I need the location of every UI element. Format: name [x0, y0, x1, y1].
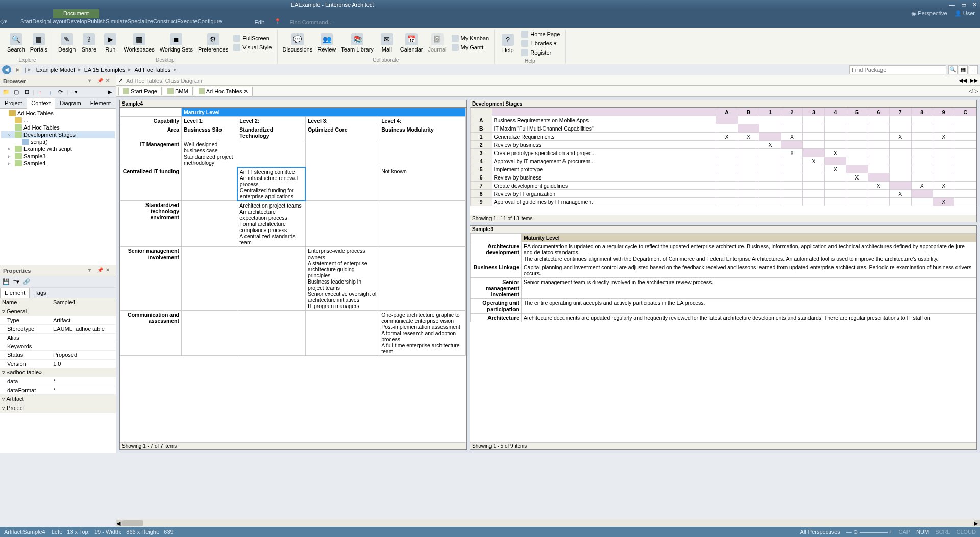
tab-nav-left[interactable]: ◁ [969, 88, 973, 94]
home-page-button[interactable]: Home Page [519, 30, 562, 39]
save-icon[interactable]: 💾 [2, 278, 10, 286]
properties-grid[interactable]: NameSample4▿ GeneralTypeArtifactStereoty… [0, 298, 116, 453]
perspective-button[interactable]: ◉ Perspective [911, 10, 947, 17]
browser-tab-context[interactable]: Context [27, 98, 55, 109]
arrow-icon[interactable]: ↗ [118, 77, 123, 84]
breadcrumb-item[interactable]: Example Model [33, 67, 78, 73]
menu-tab-publish[interactable]: Publish [87, 18, 106, 28]
list-icon[interactable]: ≡▾ [70, 88, 79, 96]
menu-tab-construct[interactable]: Construct [153, 18, 177, 28]
props-tab-element[interactable]: Element [0, 288, 30, 298]
panel-pin-icon[interactable]: 📌 [97, 267, 104, 274]
menu-row: ◇▾ StartDesignLayoutDevelopPublishSimula… [0, 18, 980, 28]
share-button[interactable]: ⇪Share [79, 30, 99, 56]
breadcrumb-item[interactable]: Ad Hoc Tables [131, 67, 174, 73]
menu-tab-configure[interactable]: Configure [198, 18, 222, 28]
find-menu-button[interactable]: ≡ [969, 65, 978, 74]
props-tab-tags[interactable]: Tags [30, 288, 51, 298]
refresh-icon[interactable]: ⟳ [57, 88, 65, 96]
panel-close-icon[interactable]: ✕ [106, 267, 113, 274]
sample4-artifact[interactable]: Sample4 Maturity LevelCapabilityLevel 1:… [119, 100, 467, 450]
minimize-button[interactable]: — [949, 2, 955, 8]
preferences-button[interactable]: ⚙Preferences [196, 30, 230, 56]
menu-tab-specialize[interactable]: Specialize [128, 18, 153, 28]
collapse-left-icon[interactable]: ◀◀ [959, 77, 967, 84]
edit-tab[interactable]: Edit [244, 18, 274, 28]
horizontal-scrollbar[interactable]: ◀▶ [116, 519, 980, 527]
help-button[interactable]: ?Help [498, 30, 518, 57]
my-gantt-button[interactable]: My Gantt [450, 43, 492, 52]
find-package-input[interactable] [849, 65, 946, 74]
breadcrumb-item[interactable]: EA 15 Examples [81, 67, 129, 73]
browser-header: Browser ▾ 📌 ✕ [0, 75, 116, 87]
search-icon: 🔍 [10, 33, 22, 45]
tree-item[interactable]: script() [1, 138, 115, 145]
register-button[interactable]: Register [519, 48, 562, 57]
up-icon[interactable]: ↑ [36, 88, 44, 96]
tree-icon[interactable]: ⊞ [22, 88, 31, 96]
list-icon[interactable]: ≡▾ [12, 278, 20, 286]
menu-tab-layout[interactable]: Layout [50, 18, 66, 28]
tree-item[interactable]: ... [1, 117, 115, 124]
nav-forward-button[interactable]: ▶ [13, 65, 22, 74]
team-library-button[interactable]: 📚Team Library [339, 30, 376, 56]
perspectives-status[interactable]: All Perspectives [800, 529, 840, 535]
more-icon[interactable]: ▶ [106, 88, 114, 96]
close-button[interactable]: ✕ [972, 2, 977, 8]
doc-tabs: Start PageBMMAd Hoc Tables ✕ ◁ ▷ [116, 86, 980, 97]
menu-tab-execute[interactable]: Execute [177, 18, 198, 28]
new-icon[interactable]: ▢ [12, 88, 20, 96]
panel-menu-icon[interactable]: ▾ [88, 267, 95, 274]
tree-item[interactable]: ▹Sample3 [1, 152, 115, 160]
doc-tab[interactable]: Start Page [118, 87, 162, 95]
tree-item[interactable]: ▹Example with script [1, 145, 115, 152]
tree-item[interactable]: Ad Hoc Tables [1, 124, 115, 131]
down-icon[interactable]: ↓ [46, 88, 55, 96]
app-icon[interactable]: ◇▾ [0, 18, 20, 28]
browser-tab-project[interactable]: Project [0, 98, 27, 108]
browser-tab-diagram[interactable]: Diagram [55, 98, 86, 108]
menu-tab-start[interactable]: Start [20, 18, 32, 28]
devstages-artifact[interactable]: Development Stages AB123456789CABusiness… [470, 100, 977, 222]
panel-menu-icon[interactable]: ▾ [88, 78, 95, 85]
menu-tab-simulate[interactable]: Simulate [106, 18, 128, 28]
tab-nav-right[interactable]: ▷ [974, 88, 978, 94]
calendar-button[interactable]: 📅Calendar [398, 30, 425, 56]
review-button[interactable]: 👥Review [315, 30, 338, 56]
run-button[interactable]: ▶Run [100, 30, 120, 56]
panel-close-icon[interactable]: ✕ [106, 78, 113, 85]
discussions-button[interactable]: 💬Discussions [281, 30, 315, 56]
zoom-slider[interactable]: — ⊙ ————— + [846, 529, 893, 535]
doc-tab[interactable]: Ad Hoc Tables ✕ [194, 87, 253, 96]
search-button[interactable]: 🔍Search [5, 30, 27, 56]
journal-button[interactable]: 📓Journal [426, 30, 448, 56]
libraries-button[interactable]: Libraries ▾ [519, 39, 562, 48]
folder-icon[interactable]: 📁 [2, 88, 10, 96]
nav-back-button[interactable]: ◀ [2, 65, 11, 74]
working-sets-button[interactable]: ≣Working Sets [158, 30, 195, 56]
portals-button[interactable]: ▦Portals [28, 30, 50, 56]
sample3-artifact[interactable]: Sample3 Maturity LevelArchitecture devel… [470, 225, 977, 450]
fullscreen-button[interactable]: FullScreen [231, 34, 274, 43]
collapse-right-icon[interactable]: ▶▶ [970, 77, 978, 84]
find-grid-button[interactable]: ▦ [959, 65, 968, 74]
tree-item[interactable]: Ad Hoc Tables [1, 110, 115, 117]
menu-tab-develop[interactable]: Develop [67, 18, 87, 28]
maximize-button[interactable]: ▭ [961, 2, 966, 8]
visual-style-button[interactable]: Visual Style [231, 43, 274, 52]
doc-tab[interactable]: BMM [163, 87, 193, 95]
link-icon[interactable]: 🔗 [22, 278, 31, 286]
mail-button[interactable]: ✉Mail [377, 30, 397, 56]
tree-item[interactable]: ▹Sample4 [1, 160, 115, 167]
panel-pin-icon[interactable]: 📌 [97, 78, 104, 85]
tree-item[interactable]: ▿Development Stages [1, 131, 115, 138]
browser-tab-element[interactable]: Element [86, 98, 115, 108]
browser-tree[interactable]: Ad Hoc Tables...Ad Hoc Tables▿Developmen… [0, 109, 116, 265]
user-button[interactable]: 👤 User [954, 10, 975, 17]
workspaces-button[interactable]: ▥Workspaces [121, 30, 156, 56]
my-kanban-button[interactable]: My Kanban [450, 34, 492, 43]
find-command-input[interactable]: Find Command... [284, 18, 980, 28]
menu-tab-design[interactable]: Design [32, 18, 50, 28]
design-button[interactable]: ✎Design [56, 30, 78, 56]
find-search-button[interactable]: 🔍 [948, 65, 958, 74]
